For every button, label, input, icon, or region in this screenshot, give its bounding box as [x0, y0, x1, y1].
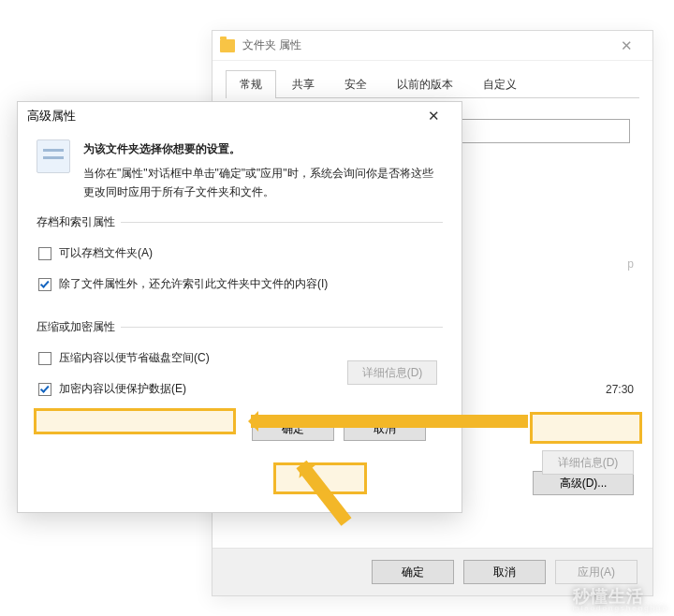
watermark: 秒懂生活 miaodongshenghuo — [573, 585, 668, 612]
titlebar[interactable]: 高级属性 ✕ — [18, 102, 462, 130]
titlebar[interactable]: 文件夹 属性 ✕ — [212, 31, 652, 61]
tab-security[interactable]: 安全 — [330, 70, 381, 97]
cancel-button[interactable]: 取消 — [463, 560, 546, 584]
path-fragment: p — [627, 257, 634, 271]
group-label: 压缩或加密属性 — [37, 319, 121, 335]
archive-index-group: 存档和索引属性 可以存档文件夹(A) 除了文件属性外，还允许索引此文件夹中文件的… — [37, 222, 443, 295]
tab-sharing[interactable]: 共享 — [278, 70, 329, 97]
checkbox-icon[interactable] — [38, 352, 51, 365]
checkbox-icon[interactable] — [38, 278, 51, 291]
dialog-description: 为该文件夹选择你想要的设置。 当你在"属性"对话框中单击"确定"或"应用"时，系… — [83, 139, 443, 201]
checkbox-label: 压缩内容以便节省磁盘空间(C) — [59, 350, 210, 366]
checkbox-icon[interactable] — [38, 247, 51, 260]
checkbox-label: 可以存档文件夹(A) — [59, 245, 153, 261]
group-label: 存档和索引属性 — [37, 214, 121, 230]
time-fragment: 27:30 — [606, 383, 634, 396]
index-checkbox-row[interactable]: 除了文件属性外，还允许索引此文件夹中文件的内容(I) — [37, 273, 443, 295]
window-title: 高级属性 — [27, 109, 76, 125]
close-icon[interactable]: ✕ — [608, 33, 645, 59]
ok-button[interactable]: 确定 — [372, 560, 454, 584]
tab-strip: 常规 共享 安全 以前的版本 自定义 — [212, 61, 652, 97]
folder-icon — [220, 39, 235, 52]
apply-button[interactable]: 应用(A) — [555, 560, 637, 584]
cancel-button[interactable]: 取消 — [344, 417, 426, 441]
checkbox-label: 加密内容以便保护数据(E) — [59, 381, 186, 397]
archive-checkbox-row[interactable]: 可以存档文件夹(A) — [37, 242, 443, 264]
tab-previous[interactable]: 以前的版本 — [383, 70, 467, 97]
details-button-ghost: 详细信息(D) — [542, 450, 634, 475]
checkbox-label: 除了文件属性外，还允许索引此文件夹中文件的内容(I) — [59, 276, 328, 292]
settings-list-icon — [37, 139, 70, 173]
ok-button[interactable]: 确定 — [252, 417, 334, 441]
checkbox-icon[interactable] — [38, 383, 51, 396]
details-button: 详细信息(D) — [347, 360, 437, 385]
tab-general[interactable]: 常规 — [226, 70, 276, 97]
tab-customize[interactable]: 自定义 — [469, 70, 531, 97]
window-title: 文件夹 属性 — [242, 37, 301, 53]
compress-encrypt-group: 压缩或加密属性 压缩内容以便节省磁盘空间(C) 加密内容以便保护数据(E) 详细… — [37, 327, 443, 400]
close-icon[interactable]: ✕ — [415, 104, 452, 128]
advanced-attributes-dialog: 高级属性 ✕ 为该文件夹选择你想要的设置。 当你在"属性"对话框中单击"确定"或… — [17, 101, 462, 513]
